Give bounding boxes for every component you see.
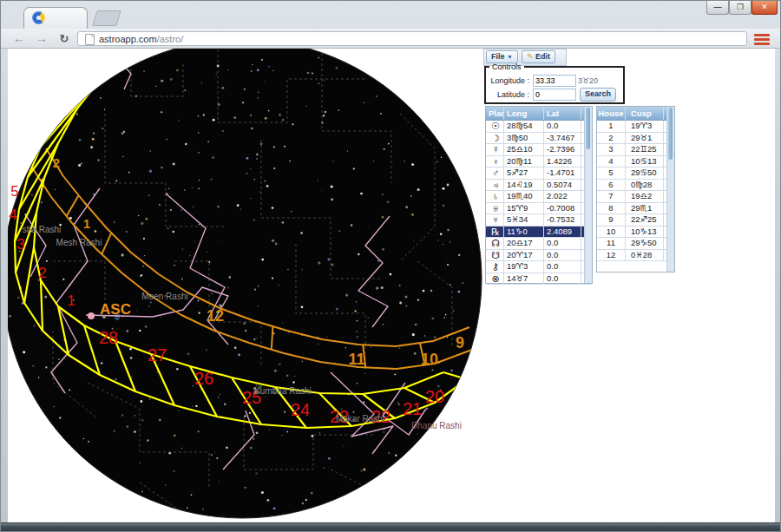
house-number: 11 [597,238,626,249]
planet-row-north-node[interactable]: ☊20♎170.0 [486,238,592,250]
house-table-scrollbar[interactable] [666,107,674,272]
sphere-label: 21 [403,399,422,419]
planet-row-mercury[interactable]: ☿25♎10-2.7396 [486,144,592,156]
sphere-label: ♅ [114,311,121,323]
planet-row-uranus[interactable]: ♅15♈9-0.7008 [486,203,592,215]
planet-latitude: 0.0 [544,238,581,249]
sphere-label: Dhanu Rashi [411,421,462,430]
sphere-label: Meen Rashi [141,292,187,301]
sphere-label: 23 [330,407,349,427]
planet-longitude: 19♈3 [504,261,544,273]
chrome-menu-icon[interactable] [751,31,773,46]
planet-row-mars[interactable]: ♂5♐27-1.4701 [486,167,592,180]
planet-latitude: -2.7396 [544,144,581,155]
planet-latitude: 0.0 [544,273,581,285]
browser-window: — ❐ ✕ ← → ↻ astroapp.com/astro/ 21121110… [0,0,781,532]
house-number: 2 [597,133,626,144]
sphere-label: 12 [207,307,224,325]
planet-latitude: 0.0 [544,250,581,261]
file-button[interactable]: File ▼ [486,50,518,63]
sphere-label: Kumbha Rashi [254,386,312,396]
long-col-header[interactable]: Long [504,107,544,120]
planet-latitude: 2.4089 [544,227,581,238]
house-number: 5 [597,167,626,179]
planet-row-moon[interactable]: ☽3♍50-3.7467 [486,133,592,145]
forward-button[interactable]: → [32,30,51,47]
house-cusp: 29♉1 [626,133,664,144]
planet-latitude: 0.5074 [544,180,581,191]
cusp-col-header[interactable]: Cusp [626,107,664,120]
house-row-7[interactable]: 719♎2 [597,191,674,203]
planet-longitude: 28♍54 [504,121,544,132]
planet-longitude: 20♎17 [504,238,544,249]
planet-longitude: 20♈17 [504,250,544,261]
url-bar[interactable]: astroapp.com/astro/ [77,31,747,46]
planet-latitude: -0.7532 [544,214,581,226]
house-number: 12 [597,250,626,261]
planet-symbol-icon: ℞ [486,227,504,238]
sphere-label: 10 [421,351,438,369]
planet-row-chiron[interactable]: ⚷19♈30.0 [486,261,592,273]
house-row-9[interactable]: 922♐25 [597,214,674,227]
planet-row-saturn[interactable]: ♄19♏402.022 [486,191,592,203]
new-tab-button[interactable] [92,10,121,26]
reload-button[interactable]: ↻ [55,30,74,47]
sphere-label: 5 [10,183,18,200]
sphere-label: 1 [83,216,90,231]
house-row-8[interactable]: 829♏1 [597,203,674,215]
house-col-header[interactable]: House [597,107,626,120]
maximize-button[interactable]: ❐ [729,1,751,15]
latitude-label: Latitude : [489,90,529,99]
back-button[interactable]: ← [10,30,29,47]
edit-button[interactable]: ✎ Edit [522,50,555,63]
planet-table-scrollbar[interactable] [584,107,592,283]
title-bar: — ❐ ✕ [1,1,780,29]
planet-symbol-icon: ♅ [486,203,504,214]
planet-symbol-icon: ♂ [486,167,504,179]
planet-longitude: 14♉7 [504,273,544,285]
planet-row-fortune[interactable]: ⊗14♉70.0 [486,273,592,286]
sphere-label: 27 [148,345,167,365]
planet-row-jupiter[interactable]: ♃14♌190.5074 [486,180,592,192]
house-row-4[interactable]: 410♋13 [597,156,674,168]
house-row-12[interactable]: 120♓28 [597,250,674,262]
sphere-label: sha Rashi [23,225,61,234]
house-cusp: 0♓28 [626,250,664,261]
house-number: 10 [597,227,626,238]
house-row-3[interactable]: 322♊25 [597,144,674,156]
lat-col-header[interactable]: Lat [544,107,581,120]
planet-row-venus[interactable]: ♀20♍111.4226 [486,156,592,168]
house-cusp: 29♏1 [626,203,664,214]
house-cusp: 19♎2 [626,191,664,202]
sphere-label: 1 [67,292,75,310]
sphere-label: 11 [348,351,364,369]
longitude-input[interactable] [533,75,576,87]
planet-row-sun[interactable]: ☉28♍540.0 [486,121,592,133]
planet-longitude: 14♌19 [504,180,544,191]
planet-symbol-icon: ☉ [486,121,504,132]
sphere-label: 25 [242,388,261,408]
planet-latitude: 2.022 [544,191,581,202]
search-button[interactable]: Search [580,88,616,102]
planet-col-header[interactable]: Planet [486,107,504,120]
planet-row-pluto[interactable]: ℞11♑02.4089 [486,227,592,239]
house-row-2[interactable]: 229♉1 [597,133,674,145]
planet-row-south-node[interactable]: ☋20♈170.0 [486,250,592,262]
house-row-11[interactable]: 1129♑50 [597,238,674,250]
house-cusp: 29♋50 [626,167,664,179]
minimize-button[interactable]: — [706,1,729,15]
planet-latitude: -0.7008 [544,203,581,214]
house-row-6[interactable]: 60♍28 [597,180,674,192]
planet-symbol-icon: ♀ [486,156,504,167]
sphere-label: ♆ [256,381,265,394]
planet-latitude: 0.0 [544,261,581,273]
close-button[interactable]: ✕ [751,1,778,15]
house-row-5[interactable]: 529♋50 [597,167,674,180]
browser-tab[interactable] [23,7,88,29]
latitude-input[interactable] [533,89,576,101]
longitude-label: Longitude : [489,76,529,85]
house-row-1[interactable]: 119♈3 [597,121,674,133]
house-row-10[interactable]: 1010♑13 [597,227,674,239]
planet-row-neptune[interactable]: ♆5♓34-0.7532 [486,214,592,227]
sphere-label: ASC [100,301,131,319]
